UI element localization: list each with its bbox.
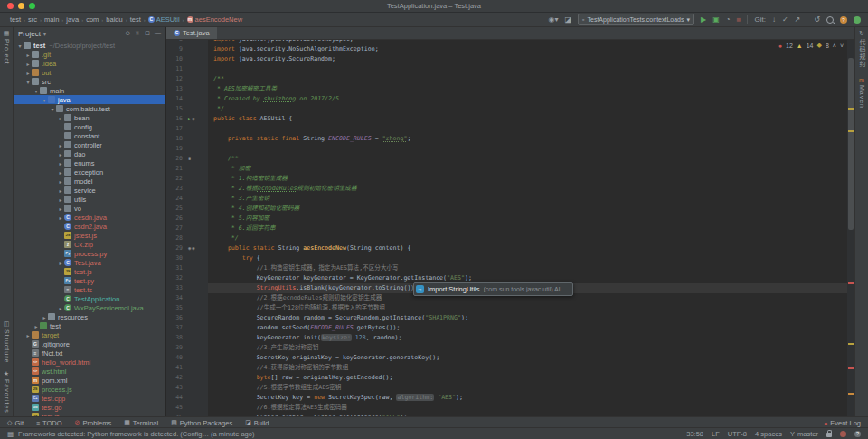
scrollbar-thumb[interactable] bbox=[848, 58, 854, 230]
tree-arrow-icon[interactable]: ▸ bbox=[57, 169, 64, 176]
user-icon[interactable]: ◉▾ bbox=[548, 15, 558, 24]
undo-icon[interactable]: ↺ bbox=[814, 15, 820, 24]
close-window-icon[interactable] bbox=[7, 3, 14, 9]
tree-arrow-icon[interactable]: ▸ bbox=[41, 314, 48, 320]
git-commit-icon[interactable]: ✓ bbox=[782, 15, 788, 24]
traffic-lights[interactable] bbox=[7, 3, 35, 9]
ide-status-icon[interactable] bbox=[854, 16, 861, 24]
project-panel-header[interactable]: Project ▾ ⊙✳⊟— bbox=[14, 27, 165, 40]
tree-item-vo[interactable]: ▸vo bbox=[14, 204, 165, 213]
search-icon[interactable] bbox=[826, 16, 834, 24]
tree-item-target[interactable]: ▸target bbox=[14, 330, 165, 339]
editor-scrollbar[interactable] bbox=[847, 40, 854, 416]
tree-item-com.baidu.test[interactable]: ▾com.baidu.test bbox=[14, 104, 165, 113]
tree-item-jstest.js[interactable]: JSjstest.js bbox=[14, 231, 165, 240]
help-icon[interactable]: ? bbox=[840, 16, 847, 24]
breadcrumb-item-java[interactable]: java bbox=[63, 15, 81, 24]
encoding[interactable]: UTF-8 bbox=[728, 430, 747, 438]
tree-arrow-icon[interactable]: ▸ bbox=[57, 115, 64, 121]
tree-item-Test.java[interactable]: ▸CTest.java bbox=[14, 258, 165, 267]
breadcrumb-item-test[interactable]: test bbox=[127, 15, 144, 24]
tree-item-TestApplication[interactable]: CTestApplication bbox=[14, 294, 165, 303]
run-config-select[interactable]: ▫TestApplicationTests.contextLoads▾ bbox=[578, 14, 694, 25]
favorites-strip-button[interactable]: ★ Favorites bbox=[4, 370, 10, 414]
tree-item-WxPayServicemol.java[interactable]: ▸CWxPayServicemol.java bbox=[14, 303, 165, 312]
tree-item-test.ts[interactable]: ≡test.ts bbox=[14, 285, 165, 294]
profiler-icon[interactable]: ◔ bbox=[726, 15, 731, 24]
tree-item-controller[interactable]: ▸controller bbox=[14, 140, 165, 149]
notification-dot-icon[interactable] bbox=[840, 431, 846, 437]
tree-arrow-icon[interactable]: ▸ bbox=[57, 187, 64, 194]
lock-icon[interactable] bbox=[826, 433, 832, 437]
tree-item-cesdn.java[interactable]: ▸Ccesdn.java bbox=[14, 213, 165, 222]
tree-item-src[interactable]: ▾src bbox=[14, 77, 165, 86]
breadcrumb-item-com[interactable]: com bbox=[83, 15, 101, 24]
tree-arrow-icon[interactable]: ▸ bbox=[57, 215, 64, 221]
problems-toolwindow-button[interactable]: ⊘Problems bbox=[75, 419, 112, 427]
minimize-window-icon[interactable] bbox=[18, 3, 24, 9]
tree-arrow-icon[interactable]: ▸ bbox=[57, 260, 64, 266]
coverage-icon[interactable]: ▣ bbox=[712, 15, 720, 24]
import-hint-popup[interactable]: → Import StringUtils (com.sun.tools.java… bbox=[413, 282, 573, 296]
breadcrumb-item-src[interactable]: src bbox=[25, 15, 40, 24]
tree-arrow-icon[interactable]: ▾ bbox=[24, 79, 32, 85]
tree-arrow-icon[interactable]: ▾ bbox=[41, 97, 48, 103]
tree-item-test.py[interactable]: Pytest.py bbox=[14, 276, 165, 285]
tree-arrow-icon[interactable]: ▸ bbox=[57, 178, 64, 185]
tree-item-constant[interactable]: constant bbox=[14, 131, 165, 140]
tree-arrow-icon[interactable]: ▾ bbox=[49, 106, 56, 112]
tree-arrow-icon[interactable]: ▸ bbox=[33, 323, 40, 329]
tree-item-.gitignore[interactable]: G.gitignore bbox=[14, 339, 165, 348]
help-circle-icon[interactable]: ? bbox=[854, 431, 861, 437]
python-packages-toolwindow-button[interactable]: ▤Python Packages bbox=[171, 419, 232, 427]
tree-item-utils[interactable]: ▸utils bbox=[14, 195, 165, 204]
collapse-all-icon[interactable]: ⊟ bbox=[145, 30, 150, 37]
breadcrumb-item-aesEncodeNew[interactable]: maesEncodeNew bbox=[184, 15, 246, 24]
tree-item-pom.xml[interactable]: mpom.xml bbox=[14, 376, 165, 385]
breadcrumb-item-main[interactable]: main bbox=[42, 15, 61, 24]
tree-arrow-icon[interactable]: ▸ bbox=[24, 332, 32, 339]
git-branch-widget[interactable]: Ymaster bbox=[790, 430, 818, 438]
tree-item-test[interactable]: ▸test bbox=[14, 321, 165, 330]
tree-item-process.py[interactable]: Pyprocess.py bbox=[14, 249, 165, 258]
tree-item-exception[interactable]: ▸exception bbox=[14, 167, 165, 177]
project-tree[interactable]: ▾test~/Desktop/project/test▸.git▸.idea▸o… bbox=[14, 41, 165, 416]
code-editor[interactable]: 8import javax.crypto.spec.SecretKeySpec;… bbox=[166, 40, 847, 416]
git-push-icon[interactable]: ↗ bbox=[795, 15, 801, 24]
project-strip-button[interactable]: ▦ Project bbox=[4, 30, 10, 65]
build-toolwindow-button[interactable]: ◪Build bbox=[245, 419, 269, 427]
git-toolwindow-button[interactable]: ◇Git bbox=[7, 419, 24, 427]
tree-item-java[interactable]: ▾java bbox=[14, 95, 165, 104]
tree-arrow-icon[interactable]: ▸ bbox=[57, 305, 64, 311]
tree-arrow-icon[interactable]: ▸ bbox=[24, 61, 32, 67]
tree-arrow-icon[interactable]: ▸ bbox=[57, 205, 64, 212]
run-gutter-icon[interactable]: ▶ bbox=[188, 114, 191, 124]
tree-item-.git[interactable]: ▸.git bbox=[14, 50, 165, 59]
tree-item-hello_world.html[interactable]: <>hello_world.html bbox=[14, 358, 165, 367]
tree-item-main[interactable]: ▾main bbox=[14, 86, 165, 95]
tree-arrow-icon[interactable]: ▸ bbox=[57, 151, 64, 157]
line-ending[interactable]: LF bbox=[712, 430, 720, 438]
breadcrumb-item-baidu[interactable]: baidu bbox=[103, 15, 125, 24]
inspection-widget[interactable]: ●12 ▲14 ◆8 ˄ ˅ bbox=[778, 42, 844, 49]
tree-item-service[interactable]: ▸service bbox=[14, 186, 165, 195]
tree-item-test.js[interactable]: JStest.js bbox=[14, 267, 165, 276]
todo-toolwindow-button[interactable]: ≡TODO bbox=[36, 419, 62, 427]
locate-icon[interactable]: ⊙ bbox=[125, 30, 130, 37]
tree-item-Ck.zip[interactable]: zCk.zip bbox=[14, 240, 165, 249]
tree-item-model[interactable]: ▸model bbox=[14, 177, 165, 186]
event-log-button[interactable]: ●Event Log bbox=[824, 419, 861, 427]
tree-arrow-icon[interactable]: ▾ bbox=[16, 43, 24, 49]
tree-item-resources[interactable]: ▸resources bbox=[14, 312, 165, 321]
git-update-icon[interactable]: ↓ bbox=[772, 15, 776, 24]
tree-arrow-icon[interactable]: ▸ bbox=[24, 52, 32, 58]
tree-item-.idea[interactable]: ▸.idea bbox=[14, 59, 165, 68]
caret-position[interactable]: 33:58 bbox=[686, 430, 703, 438]
tree-item-test[interactable]: ▾test~/Desktop/project/test bbox=[14, 41, 165, 50]
tree-arrow-icon[interactable]: ▸ bbox=[57, 142, 64, 148]
tree-item-test.cpp[interactable]: C+test.cpp bbox=[14, 394, 165, 403]
breadcrumb-item-AESUtil[interactable]: CAESUtil bbox=[146, 15, 183, 24]
tree-item-enums[interactable]: ▸enums bbox=[14, 158, 165, 167]
toolwindow-switcher-icon[interactable]: ▦ bbox=[7, 430, 14, 438]
tree-item-config[interactable]: config bbox=[14, 122, 165, 131]
